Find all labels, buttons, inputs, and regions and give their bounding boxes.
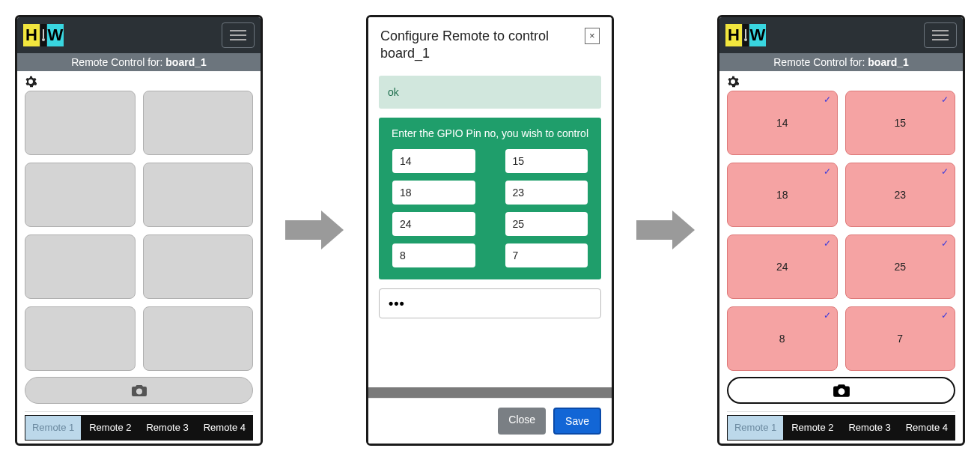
remote-button-6[interactable]: ✓25 [845,234,956,299]
subheader-prefix: Remote Control for: [71,56,165,68]
button-grid [25,91,253,371]
tab-remote-4[interactable]: Remote 4 [196,415,253,441]
gpio-input-8[interactable]: 7 [505,243,588,267]
screen-configured: H W Remote Control for: board_1 ✓14 ✓15 … [717,15,965,446]
tab-remote-1[interactable]: Remote 1 [25,415,82,441]
gpio-input-6[interactable]: 25 [505,212,588,236]
arrow-2 [636,211,695,249]
remote-button-7[interactable] [25,306,136,371]
remote-tabs: Remote 1 Remote 2 Remote 3 Remote 4 [25,415,253,441]
check-icon: ✓ [941,238,949,249]
tab-remote-3[interactable]: Remote 3 [841,415,898,441]
remote-button-4[interactable]: ✓23 [845,163,956,227]
modal-actions: Close Save [368,398,612,444]
check-icon: ✓ [824,238,831,249]
navbar: H W [719,17,963,53]
camera-button[interactable] [25,377,253,404]
navbar: H W [17,17,261,53]
extra-input[interactable]: ••• [379,288,601,318]
camera-button[interactable] [727,377,955,404]
remote-button-4[interactable] [143,163,254,227]
camera-icon [833,383,850,398]
remote-tabs: Remote 1 Remote 2 Remote 3 Remote 4 [727,415,955,441]
gear-icon[interactable] [727,76,740,89]
remote-button-6[interactable] [143,234,254,299]
tab-remote-2[interactable]: Remote 2 [784,415,841,441]
gpio-input-4[interactable]: 23 [505,181,588,205]
hamburger-icon [932,34,949,36]
hamburger-icon [230,34,246,36]
remote-button-3[interactable] [25,163,136,227]
subheader-bar: Remote Control for: board_1 [719,53,963,71]
check-icon: ✓ [824,166,831,177]
button-label: 14 [776,117,788,129]
remote-button-7[interactable]: ✓8 [727,306,838,371]
subheader-board: board_1 [165,56,206,68]
remote-button-3[interactable]: ✓18 [727,163,838,227]
menu-button[interactable] [222,22,255,48]
close-button[interactable]: Close [498,408,546,435]
close-icon: × [589,30,595,41]
modal-title: Configure Remote to control board_1 [380,28,585,63]
button-label: 8 [779,333,785,345]
remote-button-8[interactable] [143,306,254,371]
button-label: 18 [776,189,788,201]
gpio-input-7[interactable]: 8 [392,243,475,267]
remote-button-2[interactable]: ✓15 [845,91,956,155]
check-icon: ✓ [941,94,949,105]
check-icon: ✓ [824,94,831,105]
check-icon: ✓ [824,310,831,321]
subheader-bar: Remote Control for: board_1 [17,53,261,71]
tab-remote-4[interactable]: Remote 4 [898,415,955,441]
app-logo[interactable]: H W [23,22,64,48]
remote-button-1[interactable]: ✓14 [727,91,838,155]
svg-rect-0 [43,29,44,38]
tab-remote-2[interactable]: Remote 2 [82,415,139,441]
button-label: 24 [776,261,788,273]
remote-button-5[interactable]: ✓24 [727,234,838,299]
subheader-board: board_1 [868,56,908,68]
check-icon: ✓ [941,310,949,321]
gpio-input-3[interactable]: 18 [392,181,475,205]
screen-configure-modal: Configure Remote to control board_1 × ok… [366,15,614,446]
gpio-panel: Enter the GPIO Pin no, you wish to contr… [379,118,601,279]
svg-point-3 [744,38,747,41]
screen-initial: H W Remote Control for: board_1 [15,15,263,446]
gpio-input-1[interactable]: 14 [392,149,475,173]
gpio-instruction: Enter the GPIO Pin no, you wish to contr… [389,127,591,140]
modal-close-button[interactable]: × [585,28,600,44]
tab-remote-1[interactable]: Remote 1 [727,415,784,441]
menu-button[interactable] [924,22,957,48]
remote-button-8[interactable]: ✓7 [845,306,956,371]
button-grid: ✓14 ✓15 ✓18 ✓23 ✓24 ✓25 ✓8 ✓7 [727,91,955,371]
button-label: 15 [894,117,906,129]
check-icon: ✓ [941,166,949,177]
save-button[interactable]: Save [553,408,601,435]
subheader-prefix: Remote Control for: [773,56,868,68]
gpio-input-5[interactable]: 24 [392,212,475,236]
svg-rect-2 [745,29,746,38]
remote-button-5[interactable] [25,234,136,299]
button-label: 23 [894,189,906,201]
arrow-1 [285,211,344,249]
svg-point-1 [42,38,45,41]
camera-icon [131,384,147,397]
remote-button-1[interactable] [25,91,136,155]
tab-remote-3[interactable]: Remote 3 [139,415,196,441]
gear-icon[interactable] [25,76,38,89]
modal-header: Configure Remote to control board_1 × [368,17,612,70]
button-label: 7 [897,333,903,345]
gpio-input-2[interactable]: 15 [505,149,588,173]
remote-button-2[interactable] [143,91,254,155]
app-logo[interactable]: H W [725,22,766,48]
status-message: ok [379,76,601,109]
button-label: 25 [894,261,906,273]
